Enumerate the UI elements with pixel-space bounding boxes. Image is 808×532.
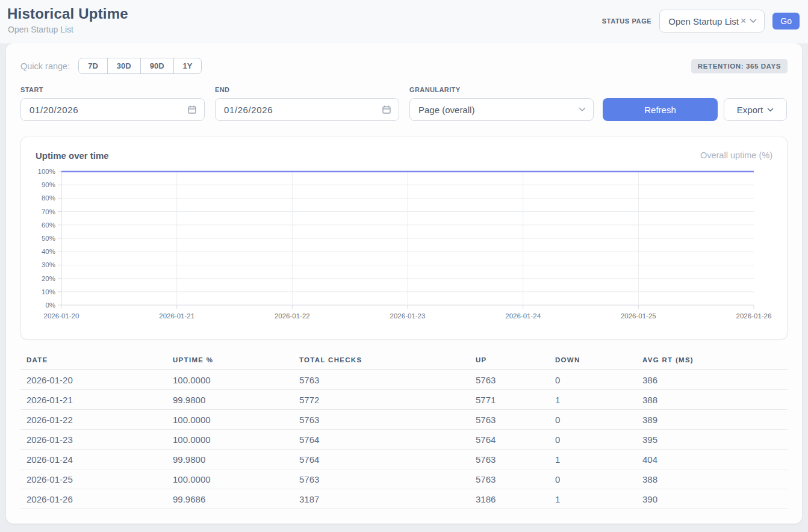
go-button[interactable]: Go <box>772 13 800 29</box>
granularity-select[interactable]: Page (overall) <box>409 98 594 121</box>
table-row: 2026-01-2699.9686318731861390 <box>20 489 788 509</box>
granularity-value: Page (overall) <box>418 105 474 115</box>
table-cell: 1 <box>549 489 636 509</box>
svg-text:50%: 50% <box>42 235 55 242</box>
table-row: 2026-01-25100.0000576357630388 <box>20 469 788 489</box>
status-page-controls: STATUS PAGE Open Startup List × Go <box>602 10 800 32</box>
table-cell: 5763 <box>293 469 470 489</box>
end-date-value: 01/26/2026 <box>224 105 273 115</box>
column-header: AVG RT (MS) <box>636 353 788 370</box>
table-cell: 0 <box>549 410 636 430</box>
table-cell: 2026-01-26 <box>20 489 167 509</box>
start-date-input[interactable]: 01/20/2026 <box>20 98 205 121</box>
chevron-down-icon <box>767 108 774 112</box>
table-cell: 5771 <box>470 390 549 410</box>
table-cell: 99.9800 <box>167 450 293 469</box>
chart-legend: Overall uptime (%) <box>700 150 772 160</box>
svg-text:70%: 70% <box>42 208 55 215</box>
table-cell: 2026-01-22 <box>20 410 167 430</box>
table-body: 2026-01-20100.00005763576303862026-01-21… <box>20 370 788 509</box>
svg-text:2026-01-22: 2026-01-22 <box>275 312 310 320</box>
table-cell: 5763 <box>293 370 470 390</box>
quick-range-group: 7D 30D 90D 1Y <box>78 58 202 74</box>
svg-text:30%: 30% <box>42 261 55 268</box>
column-header: TOTAL CHECKS <box>293 353 470 370</box>
export-button[interactable]: Export <box>724 98 787 121</box>
chevron-down-icon <box>579 107 586 112</box>
svg-text:80%: 80% <box>42 194 55 202</box>
svg-text:90%: 90% <box>42 181 55 188</box>
uptime-chart: 0%10%20%30%40%50%60%70%80%90%100%2026-01… <box>36 168 774 326</box>
table-cell: 100.0000 <box>167 430 293 450</box>
table-row: 2026-01-20100.0000576357630386 <box>20 370 788 390</box>
start-label: START <box>20 86 205 93</box>
svg-text:10%: 10% <box>42 288 55 295</box>
quick-range-1y-button[interactable]: 1Y <box>173 58 202 74</box>
quick-range-row: Quick range: 7D 30D 90D 1Y RETENTION: 36… <box>20 58 788 74</box>
table-cell: 99.9686 <box>167 489 293 509</box>
table-cell: 388 <box>636 390 788 410</box>
quick-range-90d-button[interactable]: 90D <box>140 58 174 74</box>
chevron-down-icon <box>750 19 757 23</box>
calendar-icon[interactable] <box>187 105 197 114</box>
column-header: UPTIME % <box>167 353 293 370</box>
uptime-table: DATEUPTIME %TOTAL CHECKSUPDOWNAVG RT (MS… <box>20 353 788 509</box>
svg-text:2026-01-21: 2026-01-21 <box>159 312 194 320</box>
svg-text:100%: 100% <box>38 168 55 175</box>
table-cell: 3187 <box>293 489 470 509</box>
page-title: Historical Uptime <box>7 5 128 22</box>
calendar-icon[interactable] <box>382 105 391 114</box>
table-cell: 5763 <box>470 370 549 390</box>
column-header: DATE <box>20 353 167 370</box>
column-header: UP <box>470 353 549 370</box>
svg-text:2026-01-23: 2026-01-23 <box>390 312 426 320</box>
end-date-input[interactable]: 01/26/2026 <box>215 98 399 121</box>
table-cell: 100.0000 <box>167 410 293 430</box>
clear-icon[interactable]: × <box>741 16 746 26</box>
table-cell: 2026-01-24 <box>20 450 167 469</box>
top-bar: Historical Uptime Open Startup List STAT… <box>0 0 808 43</box>
table-cell: 5764 <box>293 430 470 450</box>
table-cell: 5764 <box>470 430 549 450</box>
main-panel: Quick range: 7D 30D 90D 1Y RETENTION: 36… <box>6 43 802 524</box>
end-label: END <box>215 86 399 93</box>
table-cell: 386 <box>636 370 788 390</box>
svg-text:2026-01-24: 2026-01-24 <box>505 312 541 320</box>
end-field: END 01/26/2026 <box>215 86 399 121</box>
table-cell: 99.9800 <box>167 390 293 410</box>
quick-range-label: Quick range: <box>20 61 70 71</box>
table-cell: 0 <box>549 370 636 390</box>
filter-row: START 01/20/2026 END 01/26/2026 <box>20 86 788 121</box>
table-cell: 1 <box>549 390 636 410</box>
chart-card: Uptime over time Overall uptime (%) 0%10… <box>20 137 788 339</box>
quick-range-30d-button[interactable]: 30D <box>107 58 141 74</box>
table-row: 2026-01-2499.9800576457631404 <box>20 450 788 469</box>
table-cell: 390 <box>636 489 788 509</box>
table-cell: 5763 <box>470 469 549 489</box>
export-button-label: Export <box>737 105 763 115</box>
table-cell: 0 <box>549 469 636 489</box>
table-cell: 0 <box>549 430 636 450</box>
quick-range-7d-button[interactable]: 7D <box>78 58 108 74</box>
svg-text:2026-01-20: 2026-01-20 <box>44 312 79 320</box>
start-field: START 01/20/2026 <box>20 86 205 121</box>
page-subtitle: Open Startup List <box>8 25 73 34</box>
table-cell: 5764 <box>293 450 470 469</box>
svg-text:2026-01-25: 2026-01-25 <box>621 312 656 320</box>
status-page-select[interactable]: Open Startup List × <box>659 10 765 32</box>
table-cell: 5763 <box>470 410 549 430</box>
status-page-value: Open Startup List <box>668 16 739 26</box>
table-cell: 3186 <box>470 489 549 509</box>
table-row: 2026-01-22100.0000576357630389 <box>20 410 788 430</box>
table-cell: 5772 <box>293 390 470 410</box>
svg-text:0%: 0% <box>45 302 55 309</box>
table-cell: 395 <box>636 430 788 450</box>
table-cell: 5763 <box>293 410 470 430</box>
table-cell: 388 <box>636 469 788 489</box>
start-date-value: 01/20/2026 <box>30 105 78 115</box>
table-row: 2026-01-2199.9800577257711388 <box>20 390 788 410</box>
table-cell: 389 <box>636 410 788 430</box>
table-cell: 100.0000 <box>167 370 293 390</box>
granularity-label: GRANULARITY <box>409 86 594 93</box>
refresh-button[interactable]: Refresh <box>603 98 718 121</box>
